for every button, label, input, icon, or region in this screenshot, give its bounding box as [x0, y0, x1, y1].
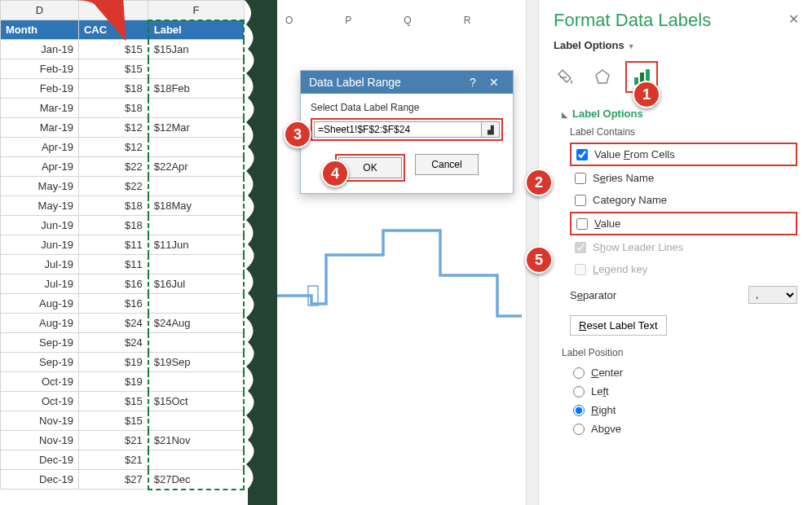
col-header-f[interactable]: F — [148, 1, 244, 20]
dropdown-icon[interactable]: ▼ — [628, 42, 635, 50]
cell-cac[interactable]: $19 — [78, 372, 148, 392]
cell-month[interactable]: Dec-19 — [1, 470, 79, 490]
effects-icon[interactable] — [589, 64, 616, 90]
cell-cac[interactable]: $18 — [78, 79, 148, 99]
cell-month[interactable]: Nov-19 — [1, 411, 79, 431]
cell-label[interactable] — [148, 99, 244, 118]
cell-label[interactable]: $16Jul — [148, 274, 244, 294]
dialog-close-icon[interactable]: ✕ — [483, 76, 505, 89]
cell-label[interactable] — [148, 138, 244, 157]
cell-label[interactable] — [148, 255, 244, 274]
cell-label[interactable]: $12Mar — [148, 118, 244, 138]
cell-cac[interactable]: $16 — [78, 294, 148, 314]
cell-month[interactable]: Oct-19 — [1, 392, 79, 411]
dialog-help-icon[interactable]: ? — [462, 76, 483, 89]
cell-month[interactable]: Mar-19 — [1, 99, 79, 118]
radio-above[interactable]: Above — [562, 419, 797, 438]
checkbox-legend-key: Legend key — [570, 259, 797, 279]
cell-month[interactable]: Jan-19 — [1, 40, 79, 59]
cell-cac[interactable]: $19 — [78, 353, 148, 372]
cell-month[interactable]: Sep-19 — [1, 333, 79, 353]
cell-month[interactable]: Feb-19 — [1, 59, 79, 79]
cell-month[interactable]: Jun-19 — [1, 216, 79, 235]
col-p[interactable]: P — [345, 15, 351, 26]
cell-month[interactable]: Aug-19 — [1, 294, 79, 314]
fill-icon[interactable] — [554, 64, 580, 90]
cell-label[interactable] — [148, 216, 244, 235]
cell-cac[interactable]: $15 — [78, 392, 148, 411]
cell-month[interactable]: Dec-19 — [1, 450, 79, 470]
cell-label[interactable] — [148, 177, 244, 196]
cell-label[interactable] — [148, 294, 244, 314]
cell-label[interactable] — [148, 333, 244, 353]
cell-label[interactable]: $11Jun — [148, 235, 244, 255]
separator-select[interactable]: , — [748, 286, 797, 304]
cell-cac[interactable]: $12 — [78, 138, 148, 157]
torn-divider — [236, 0, 277, 505]
cell-cac[interactable]: $11 — [78, 235, 148, 255]
cell-month[interactable]: May-19 — [1, 177, 79, 196]
cell-label[interactable]: $18May — [148, 196, 244, 216]
cell-month[interactable]: Jul-19 — [1, 255, 79, 274]
cell-cac[interactable]: $15 — [78, 40, 148, 59]
cell-cac[interactable]: $18 — [78, 216, 148, 235]
cell-month[interactable]: Apr-19 — [1, 157, 79, 177]
cell-cac[interactable]: $22 — [78, 157, 148, 177]
cell-month[interactable]: Jul-19 — [1, 274, 79, 294]
cell-label[interactable] — [148, 59, 244, 79]
section-label-options[interactable]: Label Options — [562, 108, 797, 120]
col-q[interactable]: Q — [404, 15, 411, 26]
cell-label[interactable] — [148, 411, 244, 431]
cell-cac[interactable]: $11 — [78, 255, 148, 274]
cell-label[interactable]: $18Feb — [148, 79, 244, 99]
cell-cac[interactable]: $18 — [78, 99, 148, 118]
cell-label[interactable]: $24Aug — [148, 314, 244, 333]
panel-close-icon[interactable]: ✕ — [788, 11, 799, 27]
cell-cac[interactable]: $24 — [78, 333, 148, 353]
cell-cac[interactable]: $12 — [78, 118, 148, 138]
col-r[interactable]: R — [464, 15, 471, 26]
range-input[interactable] — [314, 121, 482, 138]
checkbox-value[interactable]: Value — [570, 212, 797, 235]
label-contains: Label Contains — [570, 126, 797, 138]
cell-cac[interactable]: $24 — [78, 314, 148, 333]
cell-label[interactable]: $22Apr — [148, 157, 244, 177]
cell-label[interactable]: $15Oct — [148, 392, 244, 411]
cell-cac[interactable]: $15 — [78, 411, 148, 431]
radio-left[interactable]: Left — [562, 382, 797, 401]
checkbox-value-from-cells[interactable]: Value From CellsValue From Cells — [570, 143, 797, 166]
cell-month[interactable]: Oct-19 — [1, 372, 79, 392]
cell-label[interactable]: $19Sep — [148, 353, 244, 372]
cell-label[interactable] — [148, 372, 244, 392]
cell-month[interactable]: Nov-19 — [1, 431, 79, 450]
cell-cac[interactable]: $16 — [78, 274, 148, 294]
cell-month[interactable]: Feb-19 — [1, 79, 79, 99]
cell-cac[interactable]: $15 — [78, 59, 148, 79]
cell-label[interactable] — [148, 450, 244, 470]
cell-cac[interactable]: $21 — [78, 431, 148, 450]
col-o[interactable]: O — [285, 15, 293, 26]
callout-3: 3 — [284, 121, 311, 148]
cell-month[interactable]: Jun-19 — [1, 235, 79, 255]
cancel-button[interactable]: Cancel — [415, 154, 479, 175]
cell-month[interactable]: Mar-19 — [1, 118, 79, 138]
checkbox-series-name[interactable]: Series Name — [570, 168, 797, 188]
cell-cac[interactable]: $18 — [78, 196, 148, 216]
cell-month[interactable]: May-19 — [1, 196, 79, 216]
reset-label-button[interactable]: Reset Label Text — [570, 315, 667, 336]
radio-right[interactable]: Right — [562, 401, 797, 419]
panel-subtitle[interactable]: Label Options — [554, 39, 624, 51]
cell-cac[interactable]: $21 — [78, 450, 148, 470]
cell-label[interactable]: $21Nov — [148, 431, 244, 450]
cell-label[interactable]: $15Jan — [148, 40, 244, 59]
radio-center[interactable]: Center — [562, 363, 797, 382]
cell-month[interactable]: Aug-19 — [1, 314, 79, 333]
cell-month[interactable]: Apr-19 — [1, 138, 79, 157]
cell-cac[interactable]: $22 — [78, 177, 148, 196]
cell-cac[interactable]: $27 — [78, 470, 148, 490]
cell-label[interactable]: $27Dec — [148, 470, 244, 490]
cell-month[interactable]: Sep-19 — [1, 353, 79, 372]
checkbox-category-name[interactable]: Category Name — [570, 190, 797, 210]
header-label[interactable]: Label — [148, 20, 244, 40]
range-picker-icon[interactable]: ▟ — [482, 121, 500, 138]
